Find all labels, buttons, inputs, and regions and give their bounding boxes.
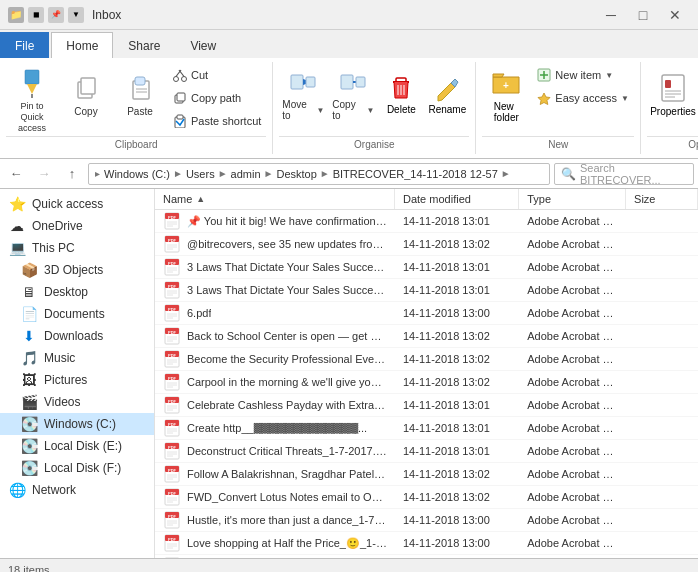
- sidebar-item-label: Downloads: [44, 329, 103, 343]
- address-part-5[interactable]: BITRECOVER_14-11-2018 12-57: [333, 168, 498, 180]
- table-row[interactable]: PDF FWD_Convert Lotus Notes email to Out…: [155, 486, 698, 509]
- file-cell-type: Adobe Acrobat D...: [519, 489, 626, 505]
- table-row[interactable]: PDF 📌 You hit it big! We have confirmati…: [155, 210, 698, 233]
- file-name: FWD_Convert Lotus Notes email to Outlo..…: [187, 491, 387, 503]
- open-group-label: Open: [647, 136, 698, 152]
- copy-to-button[interactable]: Copy to ▼: [329, 64, 377, 124]
- tab-file[interactable]: File: [0, 32, 49, 58]
- rename-button[interactable]: Rename: [425, 64, 469, 124]
- col-header-type[interactable]: Type: [519, 189, 626, 209]
- table-row[interactable]: PDF Follow A Balakrishnan, Sragdhar Pate…: [155, 463, 698, 486]
- file-name: Follow A Balakrishnan, Sragdhar Patel an…: [187, 468, 387, 480]
- svg-text:PDF: PDF: [168, 353, 177, 358]
- table-row[interactable]: PDF Hustle, it's more than just a dance_…: [155, 509, 698, 532]
- sidebar-item-network[interactable]: 🌐 Network: [0, 479, 154, 501]
- ribbon-group-open: Properties Op... Edi... His... Open: [641, 62, 698, 154]
- table-row[interactable]: PDF 6.pdf 14-11-2018 13:00 Adobe Acrobat…: [155, 302, 698, 325]
- table-row[interactable]: PDF Microsoft Outlook Test Message_3-7-2…: [155, 555, 698, 558]
- file-cell-size: [626, 380, 698, 384]
- window-title: Inbox: [92, 8, 121, 22]
- address-part-1[interactable]: Windows (C:): [104, 168, 170, 180]
- sidebar-item-pictures[interactable]: 🖼 Pictures: [0, 369, 154, 391]
- sidebar-item-windows-c[interactable]: 💽 Windows (C:): [0, 413, 154, 435]
- back-button[interactable]: ←: [4, 163, 28, 185]
- file-name: Love shopping at Half the Price_🙂_1-7-..…: [187, 537, 387, 550]
- search-icon: 🔍: [561, 167, 576, 181]
- table-row[interactable]: PDF @bitrecovers, see 35 new updates fro…: [155, 233, 698, 256]
- address-chevron-icon: ▸: [95, 168, 100, 179]
- table-row[interactable]: PDF Become the Security Professional Eve…: [155, 348, 698, 371]
- paste-button[interactable]: Paste: [114, 64, 166, 124]
- up-button[interactable]: ↑: [60, 163, 84, 185]
- sidebar-item-this-pc[interactable]: 💻 This PC: [0, 237, 154, 259]
- svg-text:PDF: PDF: [168, 399, 177, 404]
- sidebar-item-local-f[interactable]: 💽 Local Disk (F:): [0, 457, 154, 479]
- table-row[interactable]: PDF 3 Laws That Dictate Your Sales Succe…: [155, 279, 698, 302]
- file-cell-name: PDF FWD_Convert Lotus Notes email to Out…: [155, 486, 395, 508]
- table-row[interactable]: PDF Carpool in the morning & we'll give …: [155, 371, 698, 394]
- address-part-3[interactable]: admin: [231, 168, 261, 180]
- table-row[interactable]: PDF Back to School Center is open — get …: [155, 325, 698, 348]
- forward-button[interactable]: →: [32, 163, 56, 185]
- sidebar-item-quick-access[interactable]: ⭐ Quick access: [0, 193, 154, 215]
- svg-text:PDF: PDF: [168, 422, 177, 427]
- cut-button[interactable]: Cut: [168, 64, 266, 86]
- sidebar-item-label: Local Disk (F:): [44, 461, 121, 475]
- address-part-2[interactable]: Users: [186, 168, 215, 180]
- file-name: Hustle, it's more than just a dance_1-7-…: [187, 514, 387, 526]
- minimize-button[interactable]: ─: [596, 5, 626, 25]
- table-row[interactable]: PDF Love shopping at Half the Price_🙂_1-…: [155, 532, 698, 555]
- maximize-button[interactable]: □: [628, 5, 658, 25]
- sidebar-item-documents[interactable]: 📄 Documents: [0, 303, 154, 325]
- new-item-button[interactable]: New item ▼: [532, 64, 634, 86]
- svg-text:PDF: PDF: [168, 330, 177, 335]
- paste-shortcut-button[interactable]: Paste shortcut: [168, 110, 266, 132]
- tab-home[interactable]: Home: [51, 32, 113, 58]
- sidebar-item-videos[interactable]: 🎬 Videos: [0, 391, 154, 413]
- file-cell-date: 14-11-2018 13:01: [395, 420, 519, 436]
- sidebar-item-label: Desktop: [44, 285, 88, 299]
- file-cell-size: [626, 334, 698, 338]
- file-cell-date: 14-11-2018 13:02: [395, 236, 519, 252]
- sidebar-item-local-e[interactable]: 💽 Local Disk (E:): [0, 435, 154, 457]
- window-icon: 📁: [8, 7, 24, 23]
- new-right-buttons: New item ▼ Easy access ▼: [532, 64, 634, 109]
- sidebar-item-desktop[interactable]: 🖥 Desktop: [0, 281, 154, 303]
- close-button[interactable]: ✕: [660, 5, 690, 25]
- file-cell-name: PDF 3 Laws That Dictate Your Sales Succe…: [155, 279, 395, 301]
- move-to-button[interactable]: Move to ▼: [279, 64, 327, 124]
- pdf-icon: PDF: [163, 235, 181, 253]
- address-bar[interactable]: ▸ Windows (C:) ► Users ► admin ► Desktop…: [88, 163, 550, 185]
- table-row[interactable]: PDF Create http__▓▓▓▓▓▓▓▓▓▓▓▓▓... 14-11-…: [155, 417, 698, 440]
- sidebar-item-onedrive[interactable]: ☁ OneDrive: [0, 215, 154, 237]
- file-cell-name: PDF Deconstruct Critical Threats_1-7-201…: [155, 440, 395, 462]
- tab-share[interactable]: Share: [113, 32, 175, 58]
- sidebar-item-3d-objects[interactable]: 📦 3D Objects: [0, 259, 154, 281]
- copy-button[interactable]: Copy: [60, 64, 112, 124]
- file-cell-date: 14-11-2018 13:02: [395, 328, 519, 344]
- rename-icon: [433, 74, 461, 104]
- status-bar: 18 items: [0, 558, 698, 572]
- delete-button[interactable]: Delete: [379, 64, 423, 124]
- col-header-date[interactable]: Date modified: [395, 189, 519, 209]
- new-folder-button[interactable]: + Newfolder: [482, 64, 530, 126]
- easy-access-button[interactable]: Easy access ▼: [532, 87, 634, 109]
- copy-icon-large: [70, 72, 102, 104]
- copy-path-button[interactable]: Copy path: [168, 87, 266, 109]
- table-row[interactable]: PDF Celebrate Cashless Payday with Extra…: [155, 394, 698, 417]
- pin-to-quick-access-button[interactable]: Pin to Quickaccess: [6, 64, 58, 136]
- tab-view[interactable]: View: [175, 32, 231, 58]
- properties-button[interactable]: Properties: [647, 64, 698, 124]
- col-header-name[interactable]: Name ▲: [155, 189, 395, 209]
- col-header-size[interactable]: Size: [626, 189, 698, 209]
- sidebar-item-music[interactable]: 🎵 Music: [0, 347, 154, 369]
- search-box[interactable]: 🔍 Search BITRECOVER...: [554, 163, 694, 185]
- sidebar-item-downloads[interactable]: ⬇ Downloads: [0, 325, 154, 347]
- paste-icon-large: [124, 72, 156, 104]
- table-row[interactable]: PDF 3 Laws That Dictate Your Sales Succe…: [155, 256, 698, 279]
- table-row[interactable]: PDF Deconstruct Critical Threats_1-7-201…: [155, 440, 698, 463]
- address-part-4[interactable]: Desktop: [276, 168, 316, 180]
- file-cell-size: [626, 265, 698, 269]
- new-item-label: New item: [555, 69, 601, 81]
- desktop-icon: 🖥: [20, 284, 38, 300]
